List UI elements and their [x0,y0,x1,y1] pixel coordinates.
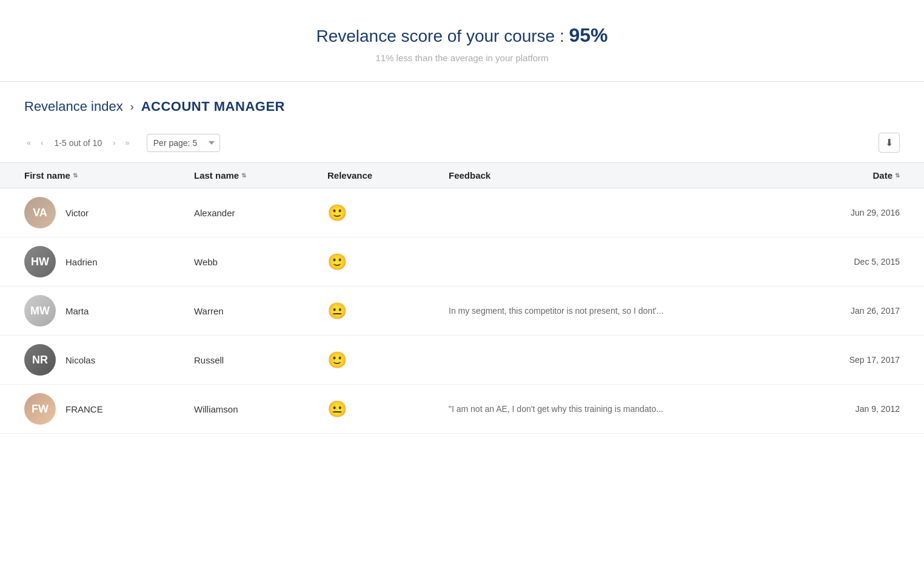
score-value: 95% [569,24,608,46]
sort-icon-first-name: ⇅ [73,172,78,179]
first-name: FRANCE [65,404,103,414]
table-controls: « ‹ 1-5 out of 10 › » Per page: 5 Per pa… [0,127,924,153]
last-name: Alexander [194,208,327,218]
col-header-first-name[interactable]: First name ⇅ [24,170,194,181]
table-row[interactable]: MW Marta Warren 😐 In my segment, this co… [0,287,924,336]
date-cell: Dec 5, 2015 [791,257,900,267]
table-row[interactable]: NR Nicolas Russell 🙂 Sep 17, 2017 [0,336,924,385]
col-header-relevance: Relevance [327,170,449,181]
breadcrumb-separator: › [130,101,134,113]
first-name: Marta [65,306,89,316]
first-name-cell: VA Victor [24,197,194,228]
pagination-controls: « ‹ 1-5 out of 10 › » Per page: 5 Per pa… [24,134,220,152]
score-title-prefix: Revelance score of your course : [316,27,569,45]
first-name-cell: NR Nicolas [24,344,194,376]
breadcrumb-index[interactable]: Revelance index [24,99,123,114]
col-header-feedback: Feedback [449,170,791,181]
relevance-cell: 🙂 [327,253,449,271]
date-cell: Jan 9, 2012 [791,404,900,414]
feedback-cell: In my segment, this competitor is not pr… [449,306,791,316]
feedback-cell: "I am not an AE, I don't get why this tr… [449,404,791,414]
sort-icon-last-name: ⇅ [241,172,246,179]
date-cell: Jun 29, 2016 [791,208,900,217]
first-name: Nicolas [65,355,95,365]
first-name-cell: MW Marta [24,295,194,327]
last-page-button[interactable]: » [123,137,132,148]
avatar: FW [24,393,56,425]
first-page-button[interactable]: « [24,137,33,148]
table-row[interactable]: VA Victor Alexander 🙂 Jun 29, 2016 [0,188,924,237]
breadcrumb-section: Revelance index › ACCOUNT MANAGER [0,82,924,127]
data-table: First name ⇅ Last name ⇅ Relevance Feedb… [0,153,924,434]
download-button[interactable]: ⬇ [879,133,900,153]
breadcrumb: Revelance index › ACCOUNT MANAGER [24,99,900,114]
relevance-cell: 😐 [327,302,449,320]
date-cell: Jan 26, 2017 [791,306,900,316]
first-name: Victor [65,208,89,218]
relevance-cell: 🙂 [327,351,449,370]
avatar: VA [24,197,56,228]
last-name: Williamson [194,404,327,414]
score-header: Revelance score of your course : 95% 11%… [0,0,924,82]
download-icon: ⬇ [885,138,893,148]
first-name-cell: FW FRANCE [24,393,194,425]
first-name: Hadrien [65,257,98,267]
page-info: 1-5 out of 10 [55,138,102,148]
next-page-button[interactable]: › [110,137,118,148]
score-subtitle: 11% less than the average in your platfo… [12,53,912,63]
first-name-cell: HW Hadrien [24,246,194,277]
score-title: Revelance score of your course : 95% [12,24,912,47]
avatar: HW [24,246,56,277]
table-row[interactable]: FW FRANCE Williamson 😐 "I am not an AE, … [0,385,924,434]
prev-page-button[interactable]: ‹ [38,137,45,148]
relevance-cell: 🙂 [327,204,449,222]
last-name: Warren [194,306,327,316]
avatar: NR [24,344,56,376]
table-body: VA Victor Alexander 🙂 Jun 29, 2016 HW Ha… [0,188,924,434]
avatar: MW [24,295,56,327]
table-row[interactable]: HW Hadrien Webb 🙂 Dec 5, 2015 [0,237,924,287]
relevance-cell: 😐 [327,400,449,419]
per-page-select[interactable]: Per page: 5 Per page: 10 Per page: 25 [147,134,220,152]
last-name: Russell [194,355,327,365]
date-cell: Sep 17, 2017 [791,355,900,365]
col-header-date[interactable]: Date ⇅ [791,170,900,181]
last-name: Webb [194,257,327,267]
sort-icon-date: ⇅ [895,172,900,179]
col-header-last-name[interactable]: Last name ⇅ [194,170,327,181]
breadcrumb-current: ACCOUNT MANAGER [141,99,285,114]
table-header: First name ⇅ Last name ⇅ Relevance Feedb… [0,162,924,188]
